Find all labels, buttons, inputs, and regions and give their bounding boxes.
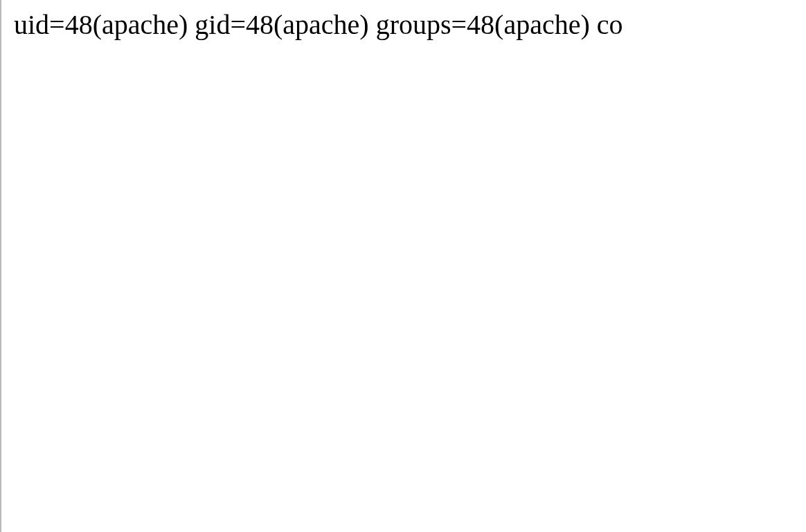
command-output-text: uid=48(apache) gid=48(apache) groups=48(…	[14, 8, 806, 42]
content-area: uid=48(apache) gid=48(apache) groups=48(…	[0, 0, 806, 532]
